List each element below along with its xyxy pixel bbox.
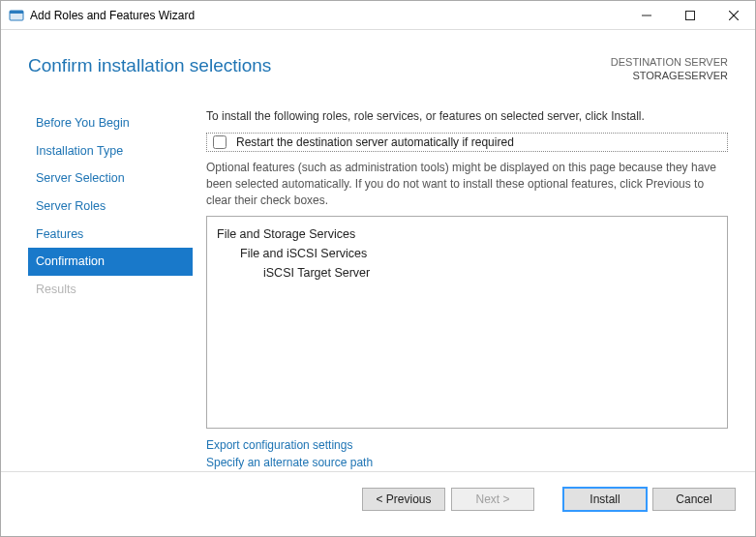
svg-rect-3 (685, 11, 694, 19)
restart-label[interactable]: Restart the destination server automatic… (236, 135, 514, 149)
wizard-footer: < Previous Next > Install Cancel (1, 471, 755, 525)
destination-label: DESTINATION SERVER (611, 55, 728, 69)
minimize-button[interactable] (624, 1, 668, 29)
svg-rect-1 (10, 11, 23, 14)
nav-item-before-you-begin[interactable]: Before You Begin (28, 109, 193, 137)
selections-list: File and Storage ServicesFile and iSCSI … (206, 216, 728, 429)
nav-item-server-selection[interactable]: Server Selection (28, 164, 193, 193)
link-area: Export configuration settings Specify an… (206, 436, 728, 471)
previous-button[interactable]: < Previous (362, 488, 445, 511)
wizard-nav: Before You BeginInstallation TypeServer … (28, 104, 193, 471)
nav-item-confirmation[interactable]: Confirmation (28, 248, 193, 276)
close-button[interactable] (711, 1, 755, 29)
destination-server-box: DESTINATION SERVER STORAGESERVER (611, 55, 728, 83)
wizard-main: To install the following roles, role ser… (193, 104, 736, 471)
app-icon (9, 8, 24, 23)
install-button[interactable]: Install (563, 488, 647, 511)
selection-item: iSCSI Target Server (217, 263, 717, 283)
restart-checkbox[interactable] (213, 135, 227, 149)
alternate-source-link[interactable]: Specify an alternate source path (206, 454, 728, 471)
nav-item-installation-type[interactable]: Installation Type (28, 137, 193, 165)
nav-item-features[interactable]: Features (28, 221, 193, 249)
restart-row: Restart the destination server automatic… (206, 133, 728, 152)
intro-text: To install the following roles, role ser… (206, 109, 728, 123)
selection-item: File and iSCSI Services (217, 244, 717, 263)
wizard-header: Confirm installation selections DESTINAT… (1, 30, 755, 104)
destination-name: STORAGESERVER (611, 69, 728, 82)
window-controls (624, 1, 755, 29)
selection-item: File and Storage Services (217, 224, 717, 244)
nav-item-server-roles[interactable]: Server Roles (28, 193, 193, 221)
cancel-button[interactable]: Cancel (652, 488, 736, 511)
title-bar: Add Roles and Features Wizard (1, 1, 755, 30)
next-button: Next > (451, 488, 534, 511)
maximize-button[interactable] (668, 1, 711, 29)
wizard-body: Before You BeginInstallation TypeServer … (1, 104, 755, 471)
optional-features-note: Optional features (such as administratio… (206, 160, 728, 208)
window-title: Add Roles and Features Wizard (30, 9, 624, 22)
nav-item-results: Results (28, 276, 193, 304)
export-config-link[interactable]: Export configuration settings (206, 436, 728, 454)
